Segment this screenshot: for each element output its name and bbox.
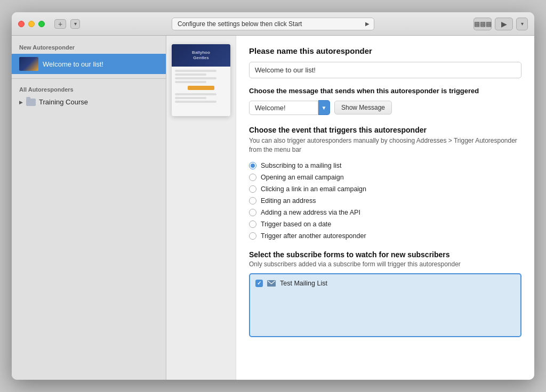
minimize-button[interactable] (28, 21, 35, 27)
stats-icon: ▩▩▩ (474, 20, 492, 28)
titlebar-chevron-icon[interactable]: ▾ (70, 19, 80, 29)
radio-subscribing[interactable] (249, 162, 256, 169)
preview-line-3 (175, 77, 216, 79)
radio-adding[interactable] (249, 209, 256, 216)
radio-another[interactable] (249, 232, 256, 240)
sidebar-divider (12, 78, 166, 79)
all-autoresponders-label: All Autoresponders (19, 86, 158, 93)
titlebar-center: Configure the settings below then click … (172, 18, 374, 30)
show-message-button[interactable]: Show Message (334, 101, 392, 115)
mailing-list-label: Test Mailing List (280, 280, 327, 287)
event-section-desc: You can also trigger autoresponders manu… (249, 136, 521, 154)
sidebar: New Autoresponder Welcome to our list! A… (12, 36, 166, 380)
thumbnail-body (172, 67, 230, 108)
mailing-list-icon (267, 280, 276, 287)
preview-line-6 (175, 97, 206, 99)
right-panel: Ballyhoo Gentles (166, 36, 534, 380)
radio-label-2: Clicking a link in an email campaign (261, 185, 366, 193)
form-panel: Please name this autoresponder Choose th… (236, 36, 534, 380)
stats-button[interactable]: ▩▩▩ (473, 18, 492, 30)
start-dropdown-button[interactable]: ▾ (516, 18, 528, 30)
radio-item-1[interactable]: Opening an email campaign (249, 174, 521, 181)
message-row: Welcome! ▼ Show Message (249, 100, 521, 115)
subscribe-section-desc: Only subscribers added via a subscribe f… (249, 260, 521, 268)
radio-label-6: Trigger after another autoresponder (261, 232, 366, 240)
address-bar-text: Configure the settings below then click … (178, 20, 302, 28)
preview-button (188, 86, 214, 90)
add-button[interactable]: + (54, 19, 66, 29)
subscribe-section-title: Select the subscribe forms to watch for … (249, 250, 521, 259)
preview-area: Ballyhoo Gentles (166, 36, 236, 380)
event-section-title: Choose the event that triggers this auto… (249, 126, 521, 134)
sidebar-item-label: Welcome to our list! (43, 60, 103, 68)
radio-label-0: Subscribing to a mailing list (261, 162, 341, 169)
radio-item-5[interactable]: Trigger based on a date (249, 220, 521, 228)
radio-item-0[interactable]: Subscribing to a mailing list (249, 162, 521, 169)
preview-line-7 (175, 101, 216, 103)
preview-line-2 (175, 74, 206, 76)
radio-item-4[interactable]: Adding a new address via the API (249, 209, 521, 216)
maximize-button[interactable] (38, 21, 45, 27)
preview-line-1 (175, 70, 216, 72)
mailing-list-box: Test Mailing List (249, 273, 521, 337)
mailing-list-checkbox[interactable] (255, 280, 263, 287)
folder-icon (26, 99, 36, 106)
radio-editing[interactable] (249, 197, 256, 205)
close-button[interactable] (18, 21, 25, 27)
traffic-lights (18, 21, 45, 27)
app-window: + ▾ Configure the settings below then cl… (12, 12, 534, 380)
event-radio-group: Subscribing to a mailing list Opening an… (249, 162, 521, 240)
address-bar: Configure the settings below then click … (172, 18, 374, 30)
all-autoresponders-section: All Autoresponders ▶ Training Course (12, 83, 166, 111)
thumbnail-header: Ballyhoo Gentles (172, 44, 230, 67)
item-thumbnail (19, 57, 38, 71)
folder-label: Training Course (39, 98, 88, 106)
radio-label-1: Opening an email campaign (261, 174, 344, 181)
radio-item-2[interactable]: Clicking a link in an email campaign (249, 185, 521, 193)
message-select-wrapper: Welcome! ▼ (249, 100, 330, 115)
autoresponder-name-input[interactable] (249, 62, 521, 78)
sidebar-item-welcome[interactable]: Welcome to our list! (12, 54, 166, 74)
message-section-title: Choose the message that sends when this … (249, 87, 521, 95)
radio-opening[interactable] (249, 174, 256, 181)
titlebar-controls: + ▾ (18, 19, 80, 29)
radio-clicking[interactable] (249, 185, 256, 193)
play-indicator-icon: ▶ (365, 21, 370, 27)
titlebar-right-controls: ▩▩▩ ▶ ▾ (473, 18, 528, 30)
radio-date[interactable] (249, 220, 256, 228)
preview-line-4 (175, 81, 206, 83)
message-select-arrow-icon[interactable]: ▼ (318, 100, 330, 115)
email-preview-thumbnail: Ballyhoo Gentles (172, 44, 230, 116)
message-select[interactable]: Welcome! (249, 101, 318, 115)
folder-arrow-icon: ▶ (19, 100, 23, 105)
preview-line-5 (175, 93, 216, 95)
main-content: New Autoresponder Welcome to our list! A… (12, 36, 534, 380)
radio-label-3: Editing an address (261, 197, 316, 205)
radio-item-6[interactable]: Trigger after another autoresponder (249, 232, 521, 240)
radio-label-4: Adding a new address via the API (261, 209, 360, 216)
new-autoresponder-label: New Autoresponder (12, 42, 166, 54)
titlebar: + ▾ Configure the settings below then cl… (12, 12, 534, 36)
start-button[interactable]: ▶ (495, 18, 513, 30)
radio-label-5: Trigger based on a date (261, 220, 331, 228)
radio-item-3[interactable]: Editing an address (249, 197, 521, 205)
sidebar-item-training-course[interactable]: ▶ Training Course (19, 96, 158, 108)
mailing-list-item[interactable]: Test Mailing List (255, 280, 515, 287)
name-section-title: Please name this autoresponder (249, 46, 521, 55)
